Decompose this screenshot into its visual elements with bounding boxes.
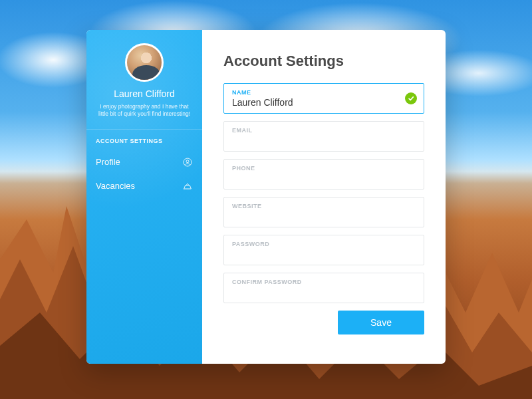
sidebar-item-label: Vacancies: [96, 181, 135, 191]
sidebar-item-profile[interactable]: Profile: [96, 154, 193, 171]
sidebar-item-label: Profile: [96, 157, 120, 167]
field-confirm-password[interactable]: CONFIRM PASSWORD: [223, 273, 424, 303]
save-button[interactable]: Save: [338, 311, 424, 334]
sidebar-section-label: ACCOUNT SETTINGS: [96, 138, 193, 144]
field-email[interactable]: EMAIL: [223, 121, 424, 152]
sidebar-item-vacancies[interactable]: Vacancies: [96, 178, 193, 195]
field-label: PHONE: [232, 165, 416, 172]
email-input[interactable]: [232, 135, 397, 146]
settings-card: Lauren Clifford I enjoy photography and …: [86, 30, 446, 364]
field-website[interactable]: WEBSITE: [223, 197, 424, 227]
profile-header: Lauren Clifford I enjoy photography and …: [96, 43, 193, 118]
field-name[interactable]: NAME: [223, 83, 424, 114]
cake-icon: [182, 181, 193, 192]
avatar[interactable]: [125, 43, 164, 82]
button-row: Save: [223, 311, 424, 334]
user-bio: I enjoy photography and I have that litt…: [96, 103, 193, 118]
website-input[interactable]: [232, 211, 397, 221]
field-label: WEBSITE: [232, 203, 416, 209]
divider: [86, 129, 202, 130]
field-label: NAME: [232, 89, 416, 96]
confirm-password-input[interactable]: [232, 287, 397, 297]
user-name: Lauren Clifford: [114, 88, 175, 99]
check-icon: [405, 92, 417, 104]
svg-point-0: [184, 158, 192, 166]
password-input[interactable]: [232, 249, 397, 259]
sidebar: Lauren Clifford I enjoy photography and …: [86, 30, 202, 364]
svg-point-1: [186, 160, 189, 163]
user-circle-icon: [182, 157, 193, 168]
field-label: CONFIRM PASSWORD: [232, 279, 416, 285]
main-panel: Account Settings NAME EMAIL PHONE WEBSIT…: [202, 30, 446, 364]
page-title: Account Settings: [223, 53, 424, 70]
phone-input[interactable]: [232, 173, 397, 184]
field-password[interactable]: PASSWORD: [223, 235, 424, 265]
name-input[interactable]: [232, 97, 397, 108]
field-label: EMAIL: [232, 127, 416, 134]
field-label: PASSWORD: [232, 241, 416, 247]
field-phone[interactable]: PHONE: [223, 159, 424, 190]
